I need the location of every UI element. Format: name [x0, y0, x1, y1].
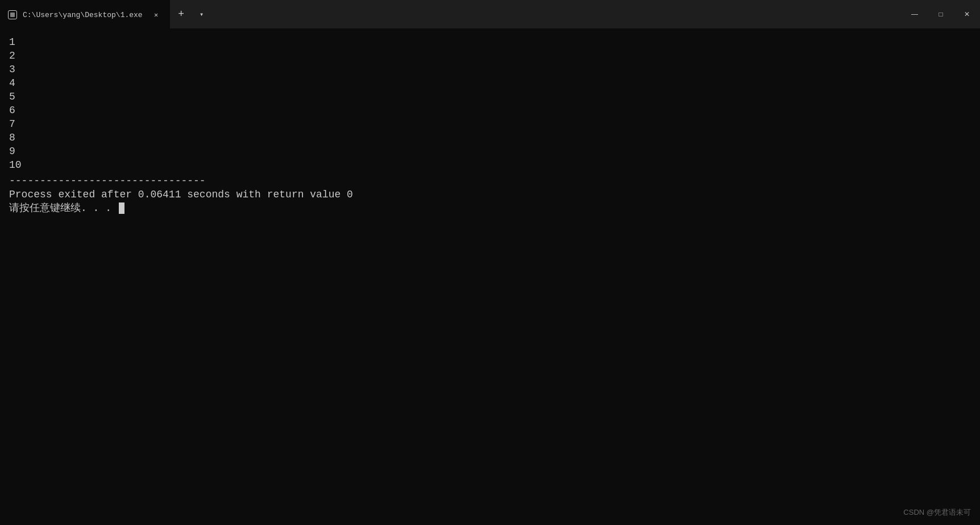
terminal-window: C:\Users\yang\Desktop\1.exe ✕ + ▾ — □ ✕ …	[0, 0, 980, 525]
close-button[interactable]: ✕	[954, 0, 980, 28]
new-tab-button[interactable]: +	[170, 0, 193, 28]
continue-prompt-text: 请按任意键继续. . .	[9, 201, 118, 215]
watermark: CSDN @凭君语未可	[903, 506, 971, 519]
tab-icon	[8, 10, 17, 19]
line-6: 6	[9, 104, 971, 117]
maximize-button[interactable]: □	[928, 0, 954, 28]
process-exit-line: Process exited after 0.06411 seconds wit…	[9, 188, 971, 201]
line-1: 1	[9, 35, 971, 49]
line-7: 7	[9, 117, 971, 131]
terminal-content[interactable]: 1 2 3 4 5 6 7 8 9 10 -------------------…	[0, 28, 980, 525]
line-8: 8	[9, 131, 971, 144]
tab-dropdown-button[interactable]: ▾	[193, 0, 211, 28]
minimize-button[interactable]: —	[902, 0, 928, 28]
line-numbers: 1 2 3 4 5 6 7 8 9 10	[9, 35, 971, 172]
cursor	[119, 202, 124, 214]
title-bar: C:\Users\yang\Desktop\1.exe ✕ + ▾ — □ ✕	[0, 0, 980, 28]
window-controls: — □ ✕	[902, 0, 980, 28]
line-3: 3	[9, 63, 971, 76]
line-4: 4	[9, 76, 971, 90]
line-9: 9	[9, 144, 971, 158]
active-tab[interactable]: C:\Users\yang\Desktop\1.exe ✕	[0, 0, 170, 28]
continue-prompt-line: 请按任意键继续. . .	[9, 201, 971, 215]
line-2: 2	[9, 49, 971, 63]
line-5: 5	[9, 90, 971, 104]
separator: --------------------------------	[9, 174, 971, 188]
line-10: 10	[9, 158, 971, 172]
tab-label: C:\Users\yang\Desktop\1.exe	[23, 11, 143, 19]
tab-close-button[interactable]: ✕	[151, 9, 162, 20]
tab-area: C:\Users\yang\Desktop\1.exe ✕ + ▾	[0, 0, 902, 28]
